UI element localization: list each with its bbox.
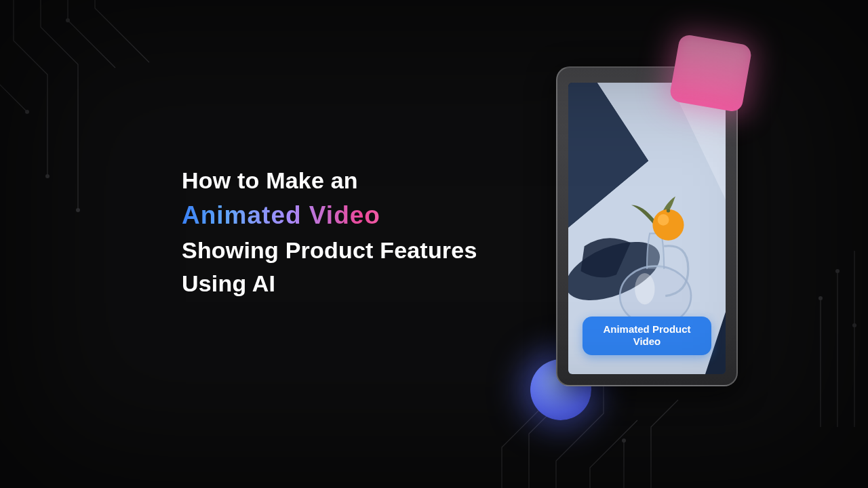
headline-gradient-line: Animated Video bbox=[182, 197, 541, 234]
svg-point-18 bbox=[635, 273, 654, 304]
svg-point-7 bbox=[622, 439, 626, 443]
svg-point-10 bbox=[852, 323, 856, 327]
phone-screen-image: Animated Product Video bbox=[568, 83, 726, 374]
svg-point-3 bbox=[25, 110, 29, 114]
headline-line-4: Using AI bbox=[182, 267, 541, 300]
animated-product-video-label: Animated Product Video bbox=[583, 317, 711, 356]
main-headline: How to Make an Animated Video Showing Pr… bbox=[182, 164, 541, 301]
svg-point-0 bbox=[45, 174, 50, 178]
svg-point-8 bbox=[818, 296, 823, 300]
phone-frame: Animated Product Video bbox=[556, 66, 738, 386]
svg-point-1 bbox=[76, 208, 80, 212]
circuit-lines-top-left bbox=[0, 0, 176, 271]
svg-point-21 bbox=[667, 209, 670, 212]
circuit-lines-right bbox=[807, 251, 868, 427]
svg-point-20 bbox=[658, 214, 669, 226]
headline-line-3: Showing Product Features bbox=[182, 234, 541, 267]
svg-point-2 bbox=[66, 18, 70, 22]
floating-square-decor bbox=[669, 33, 753, 113]
svg-point-19 bbox=[652, 209, 684, 241]
svg-point-9 bbox=[835, 269, 840, 273]
headline-line-1: How to Make an bbox=[182, 164, 541, 197]
phone-mockup: Animated Product Video bbox=[556, 66, 738, 386]
